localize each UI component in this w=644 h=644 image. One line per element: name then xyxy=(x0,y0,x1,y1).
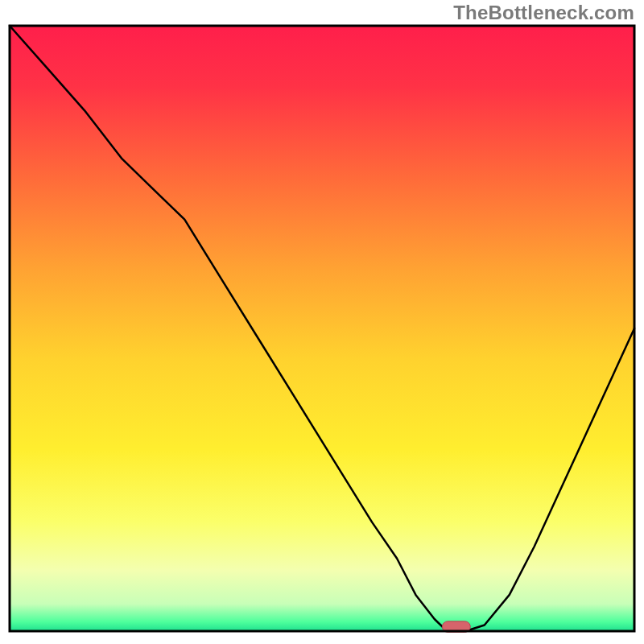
plot-background xyxy=(10,26,634,631)
watermark-text: TheBottleneck.com xyxy=(453,2,634,24)
chart-frame: TheBottleneck.com xyxy=(0,0,644,644)
bottleneck-chart xyxy=(0,0,644,644)
